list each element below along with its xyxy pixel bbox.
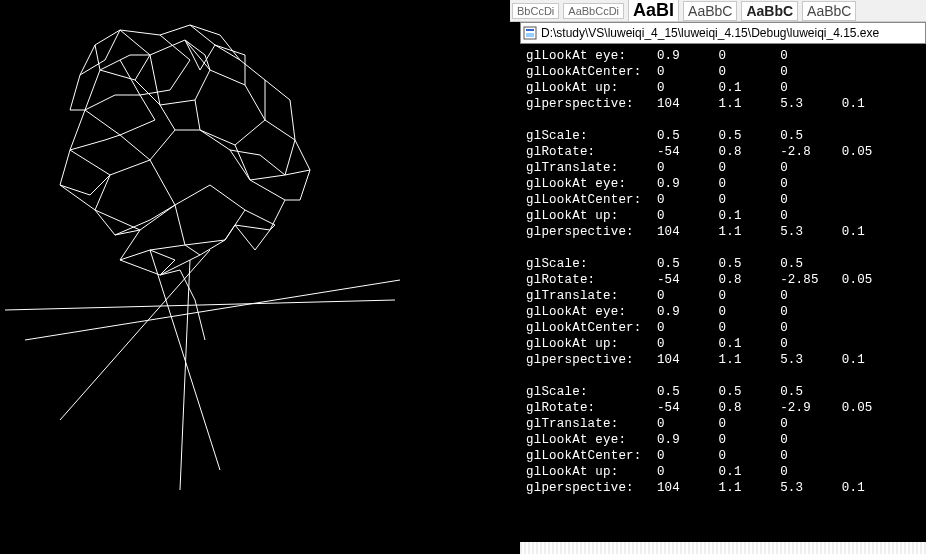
console-title-path: D:\study\VS\luweiqi_4_15\luweiqi_4.15\De… [541,26,879,40]
console-titlebar[interactable]: D:\study\VS\luweiqi_4_15\luweiqi_4.15\De… [520,22,926,44]
svg-line-2 [60,250,210,420]
style-sample[interactable]: AaBbC [683,1,737,21]
style-sample[interactable]: AaBI [628,0,679,22]
svg-line-0 [5,300,395,310]
svg-rect-6 [526,29,534,31]
taskbar-sliver [520,542,926,554]
svg-line-3 [180,260,190,490]
opengl-render-window[interactable] [0,0,510,554]
style-sample[interactable]: AaBbCcDi [563,3,624,19]
wireframe-mesh [0,0,510,554]
svg-rect-7 [526,33,534,37]
console-output: glLookAt eye: 0.9 0 0 glLookAtCenter: 0 … [520,44,926,500]
console-window[interactable]: D:\study\VS\luweiqi_4_15\luweiqi_4.15\De… [520,22,926,542]
svg-line-1 [25,280,400,340]
style-sample[interactable]: AaBbC [802,1,856,21]
svg-line-4 [150,250,220,470]
style-sample[interactable]: BbCcDi [512,3,559,19]
app-icon [523,26,537,40]
style-sample[interactable]: AaBbC [741,1,798,21]
word-styles-ribbon: BbCcDi AaBbCcDi AaBI AaBbC AaBbC AaBbC [510,0,926,22]
